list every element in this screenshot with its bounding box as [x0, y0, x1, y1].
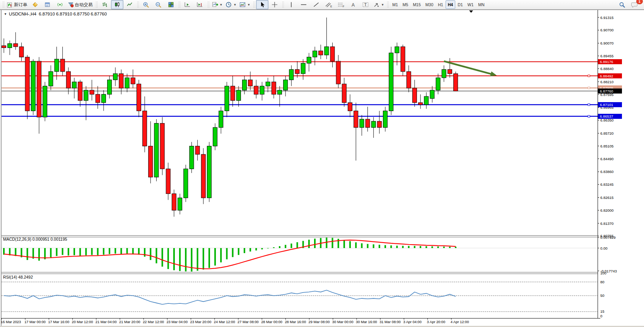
chevron-down-icon: ▼ — [220, 3, 223, 7]
candle-up — [284, 80, 288, 90]
hline-button[interactable] — [297, 0, 310, 9]
timeframe-W1[interactable]: W1 — [465, 0, 476, 9]
candle-up — [213, 127, 217, 146]
text-label-button[interactable]: T — [359, 0, 372, 9]
text-icon: A — [350, 2, 356, 8]
timeframe-MN[interactable]: MN — [476, 0, 487, 9]
collapse-chart-icon[interactable]: ▼ — [4, 12, 7, 16]
time-tick-label: 31 Mar 08:00 — [379, 320, 401, 324]
candle-up — [424, 96, 429, 104]
rsi-axis-label: 0 — [600, 314, 602, 318]
channel-button[interactable]: E — [322, 0, 335, 9]
market-watch-button[interactable] — [29, 0, 41, 9]
toolbar-grip[interactable] — [207, 1, 209, 8]
toolbar-grip[interactable] — [387, 1, 389, 8]
cursor-button[interactable] — [256, 0, 268, 9]
candle-down — [336, 61, 340, 84]
toolbar-grip[interactable] — [2, 1, 4, 8]
toolbar-grip[interactable] — [178, 1, 180, 8]
price-tick-label: 6.90070 — [600, 41, 613, 45]
zoom-out-button[interactable] — [152, 0, 165, 9]
price-tick-label: 6.85720 — [600, 131, 613, 135]
price-badge-text: 6.86537 — [600, 114, 613, 118]
toolbar-grip[interactable] — [96, 1, 97, 8]
chart-shift-button[interactable] — [194, 0, 206, 9]
candle-down — [131, 78, 135, 84]
chart-canvas[interactable]: 6.913156.907006.900706.894556.888406.882… — [0, 0, 644, 327]
candle-down — [60, 59, 65, 72]
time-tick-label: 30 Mar 16:00 — [356, 320, 377, 324]
toolbar-grip[interactable] — [253, 1, 255, 8]
time-tick-label: 21 Mar 20:00 — [119, 320, 140, 324]
candlestick-chart-icon — [114, 2, 120, 8]
candle-up — [383, 111, 388, 128]
toolbar-grip[interactable] — [282, 1, 284, 8]
chat-button[interactable]: 1 — [628, 0, 641, 9]
price-tick-label: 6.83860 — [600, 169, 613, 174]
candle-up — [225, 86, 229, 111]
notification-badge: 1 — [636, 0, 643, 4]
bar-chart-button[interactable] — [99, 0, 111, 9]
trendline-button[interactable] — [310, 0, 322, 9]
vline-button[interactable] — [285, 0, 297, 9]
indicators-button[interactable]: ▼ — [210, 0, 224, 9]
candle-down — [166, 169, 170, 193]
candle-down — [448, 70, 452, 74]
timeframe-M5[interactable]: M5 — [400, 0, 411, 9]
candle-down — [19, 47, 24, 57]
line-chart-button[interactable] — [123, 0, 136, 9]
crosshair-button[interactable] — [268, 0, 281, 9]
search-button[interactable] — [616, 0, 628, 9]
candle-up — [125, 78, 129, 88]
candle-down — [201, 154, 205, 198]
chevron-down-icon: ▼ — [381, 3, 384, 7]
price-tick-label: 6.81370 — [600, 221, 613, 226]
level-handle-6.87909[interactable] — [588, 87, 590, 89]
timeframe-H1[interactable]: H1 — [436, 0, 445, 9]
arrows-button[interactable]: ▼ — [372, 0, 386, 9]
navigator-button[interactable] — [54, 0, 66, 9]
level-handle-6.88492[interactable] — [588, 75, 590, 77]
time-tick-label: 30 Mar 00:00 — [332, 320, 354, 324]
fibonacci-button[interactable]: F — [335, 0, 347, 9]
candle-up — [301, 63, 305, 74]
toolbar-grip[interactable] — [137, 1, 139, 8]
tile-windows-button[interactable] — [165, 0, 177, 9]
indicators-icon — [212, 2, 218, 8]
candle-up — [371, 121, 376, 127]
timeframe-H4[interactable]: H4 — [446, 0, 455, 9]
autotrade-label: 自动交易 — [75, 2, 93, 8]
timeframe-D1[interactable]: D1 — [455, 0, 465, 9]
new-order-button[interactable]: 新订单 — [5, 0, 29, 9]
search-icon — [619, 2, 625, 8]
time-tick-label: 23 Mar 20:00 — [190, 320, 212, 324]
zoom-in-button[interactable] — [140, 0, 152, 9]
periods-clock-icon — [225, 2, 232, 8]
text-button[interactable]: A — [347, 0, 359, 9]
time-tick-label: 29 Mar 08:00 — [309, 320, 330, 324]
candle-up — [84, 90, 88, 101]
rsi-axis-label: 100 — [600, 271, 606, 275]
timeframe-M1[interactable]: M1 — [390, 0, 400, 9]
candle-up — [219, 111, 223, 128]
auto-scroll-button[interactable] — [181, 0, 194, 9]
data-window-button[interactable] — [41, 0, 54, 9]
equidistant-channel-icon: E — [325, 2, 332, 8]
candle-up — [49, 72, 53, 86]
level-handle-6.86537[interactable] — [588, 115, 590, 117]
periods-button[interactable]: ▼ — [224, 0, 238, 9]
tile-windows-icon — [168, 2, 174, 8]
templates-button[interactable]: ▼ — [238, 0, 252, 9]
candle-down — [172, 194, 176, 211]
candle-up — [101, 94, 106, 103]
candle-chart-button[interactable] — [111, 0, 123, 9]
candle-down — [119, 74, 123, 88]
level-handle-6.87101[interactable] — [588, 104, 590, 106]
price-badge-text: 6.88492 — [600, 74, 613, 78]
trendline-icon — [313, 2, 319, 8]
timeframe-M30[interactable]: M30 — [423, 0, 436, 9]
price-tick-label: 6.85105 — [600, 144, 613, 148]
autotrade-button[interactable]: 自动交易 — [66, 0, 94, 9]
vertical-line-icon — [289, 2, 294, 8]
timeframe-M15[interactable]: M15 — [410, 0, 423, 9]
